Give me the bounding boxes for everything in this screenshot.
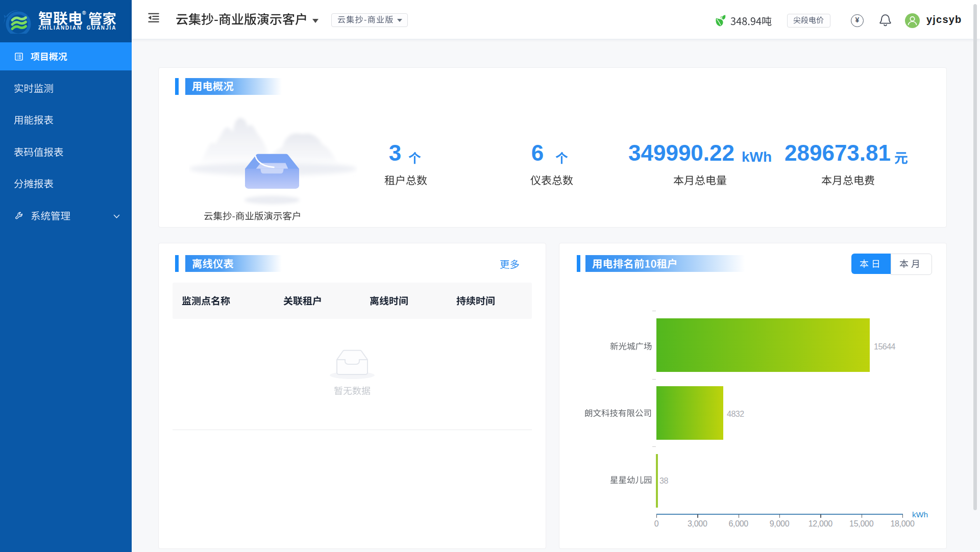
- svg-text:CO: CO: [721, 16, 725, 19]
